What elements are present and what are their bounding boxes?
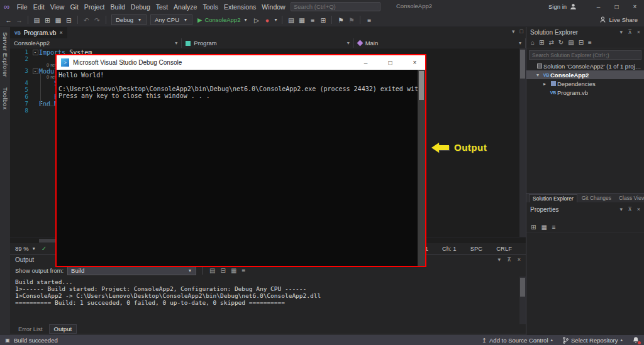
live-share-button[interactable]: Live Share xyxy=(599,16,638,23)
scrollbar-thumb[interactable] xyxy=(520,278,525,297)
properties-header[interactable]: Properties ▾ ⊼ × xyxy=(526,204,644,214)
menu-extensions[interactable]: Extensions xyxy=(221,3,258,11)
tab-git-changes[interactable]: Git Changes xyxy=(579,194,614,202)
console-close-button[interactable]: × xyxy=(404,55,425,70)
menu-edit[interactable]: Edit xyxy=(30,3,47,11)
navigate-back-icon[interactable]: ← xyxy=(4,14,13,26)
menu-file[interactable]: File xyxy=(14,3,30,11)
tree-expander-icon[interactable]: ▾ xyxy=(536,72,542,78)
indent-icon[interactable]: ≡ xyxy=(308,14,317,26)
search-input[interactable] xyxy=(294,3,377,10)
eol-indicator[interactable]: CRLF xyxy=(496,245,512,252)
zoom-dropdown[interactable]: 89 % ▾ xyxy=(15,243,36,255)
close-panel-icon[interactable]: × xyxy=(518,256,521,263)
console-scrollbar[interactable] xyxy=(418,70,425,266)
tree-item-program-vb[interactable]: VBProgram.vb xyxy=(526,88,644,97)
find-in-files-icon[interactable]: ▤ xyxy=(286,14,296,26)
editor-vertical-scrollbar[interactable] xyxy=(519,48,526,237)
toolbar-options-icon[interactable]: ≡ xyxy=(364,14,374,26)
outline-icon[interactable]: ⊞ xyxy=(318,14,328,26)
tree-item-solution-consoleapp2-1-of-1-project[interactable]: Solution 'ConsoleApp2' (1 of 1 project) xyxy=(526,62,644,70)
console-minimize-button[interactable]: – xyxy=(355,55,376,70)
console-maximize-button[interactable]: □ xyxy=(380,55,401,70)
minimize-button[interactable]: – xyxy=(589,0,608,13)
notifications-button[interactable] xyxy=(633,337,639,344)
close-panel-icon[interactable]: × xyxy=(637,29,640,35)
scrollbar-thumb[interactable] xyxy=(520,50,525,79)
menu-analyze[interactable]: Analyze xyxy=(171,3,200,11)
solution-explorer-header[interactable]: Solution Explorer ▾ ⊼ × xyxy=(526,27,644,37)
tab-toolbox[interactable]: Toolbox xyxy=(2,82,9,115)
find-message-icon[interactable]: ▤ xyxy=(209,267,215,274)
tab-program-vb[interactable]: VB Program.vb × xyxy=(10,27,67,38)
navigate-forward-icon[interactable]: → xyxy=(14,14,24,26)
tab-list-icon[interactable]: ▾ xyxy=(512,28,515,35)
open-file-icon[interactable]: ⊞ xyxy=(43,14,52,26)
refresh-icon[interactable]: ↻ xyxy=(558,39,564,46)
maximize-button[interactable]: □ xyxy=(608,0,626,13)
menu-build[interactable]: Build xyxy=(108,3,128,11)
show-all-files-icon[interactable]: ▤ xyxy=(568,39,574,46)
console-title-bar[interactable]: Microsoft Visual Studio Debug Console – … xyxy=(57,55,425,70)
tree-item-dependencies[interactable]: ▸Dependencies xyxy=(526,79,644,88)
undo-icon[interactable]: ↶ xyxy=(82,14,91,26)
sync-with-active-document-icon[interactable]: ⇄ xyxy=(548,39,553,46)
indent-indicator[interactable]: SPC xyxy=(470,245,483,252)
window-position-icon[interactable]: ▾ xyxy=(620,206,623,212)
quick-search[interactable] xyxy=(291,2,380,11)
menu-view[interactable]: View xyxy=(47,3,67,11)
output-scrollbar[interactable] xyxy=(519,277,526,324)
menu-git[interactable]: Git xyxy=(67,3,81,11)
tree-expander-icon[interactable]: ▸ xyxy=(543,81,549,87)
output-log[interactable]: Build started...1>------ Build started: … xyxy=(10,277,526,324)
scrollbar-thumb[interactable] xyxy=(419,71,424,100)
sign-in-button[interactable]: Sign in xyxy=(548,0,577,13)
solution-platform-dropdown[interactable]: Any CPU ▾ xyxy=(150,14,192,25)
output-source-dropdown[interactable]: Build ▾ xyxy=(67,266,196,275)
type-dropdown[interactable]: Program ▾ xyxy=(182,38,353,48)
pending-changes-filter-icon[interactable]: ⊞ xyxy=(539,39,544,46)
clear-all-icon[interactable]: ⊟ xyxy=(221,267,226,274)
save-icon[interactable]: ▦ xyxy=(53,14,63,26)
bookmark-icon[interactable]: ⚑ xyxy=(336,14,345,26)
categorized-icon[interactable]: ⊞ xyxy=(531,224,536,231)
save-all-icon[interactable]: ⊟ xyxy=(64,14,74,26)
menu-debug[interactable]: Debug xyxy=(128,3,153,11)
alphabetical-icon[interactable]: ▦ xyxy=(541,224,547,231)
switch-views-icon[interactable]: ⌂ xyxy=(531,39,535,46)
project-dropdown[interactable]: ConsoleApp2 ▾ xyxy=(10,38,182,48)
redo-icon[interactable]: ↷ xyxy=(92,14,102,26)
collapse-box-icon[interactable]: - xyxy=(33,68,38,74)
pin-icon[interactable]: ⊼ xyxy=(507,256,511,263)
console-output[interactable]: Hello World!C:\Users\Lenovo\Desktop\Cons… xyxy=(57,70,418,266)
window-position-icon[interactable]: ▾ xyxy=(498,256,501,263)
hot-reload-icon[interactable]: ● xyxy=(262,14,272,26)
pin-icon[interactable]: ⊼ xyxy=(628,29,632,35)
new-file-icon[interactable]: ▤ xyxy=(32,14,42,26)
solution-explorer-search[interactable] xyxy=(529,50,641,60)
menu-tools[interactable]: Tools xyxy=(200,3,221,11)
menu-test[interactable]: Test xyxy=(153,3,170,11)
previous-bookmark-icon[interactable]: ⚑ xyxy=(347,14,356,26)
collapse-all-icon[interactable]: ⊟ xyxy=(579,39,584,46)
close-button[interactable]: × xyxy=(626,0,644,13)
select-repository-button[interactable]: Select Repository ▴ xyxy=(563,337,623,344)
tab-error-list[interactable]: Error List xyxy=(14,325,47,333)
tree-item-consoleapp2[interactable]: ▾VBConsoleApp2 xyxy=(526,70,644,79)
property-pages-icon[interactable]: ≡ xyxy=(552,224,556,231)
solution-configuration-dropdown[interactable]: Debug ▾ xyxy=(111,14,147,25)
pin-icon[interactable]: ⊼ xyxy=(628,206,632,212)
properties-shortcut-icon[interactable]: ≡ xyxy=(588,39,592,46)
autoscroll-icon[interactable]: ≡ xyxy=(242,267,245,274)
start-without-debugging-icon[interactable]: ▷ xyxy=(252,14,261,26)
solution-search-input[interactable] xyxy=(532,52,638,58)
add-to-source-control-button[interactable]: ↥ Add to Source Control ▴ xyxy=(482,337,553,344)
collapse-box-icon[interactable]: - xyxy=(33,50,38,55)
close-panel-icon[interactable]: × xyxy=(637,206,640,212)
toggle-word-wrap-icon[interactable]: ▦ xyxy=(231,267,236,274)
start-debugging-button[interactable]: ▶ ConsoleApp2 ▾ xyxy=(195,14,250,26)
member-dropdown[interactable]: Main ▾ xyxy=(354,38,526,48)
menu-project[interactable]: Project xyxy=(81,3,108,11)
float-tab-icon[interactable]: □ xyxy=(520,28,523,35)
tab-solution-explorer[interactable]: Solution Explorer xyxy=(529,194,577,202)
